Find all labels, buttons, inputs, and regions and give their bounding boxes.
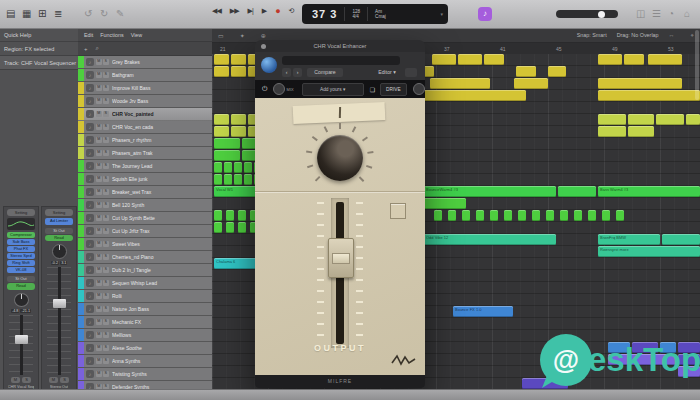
region[interactable] (244, 162, 252, 173)
mute-button[interactable]: M (11, 377, 20, 384)
track-row[interactable]: ♪MSBreaker_wet Trax (78, 186, 212, 199)
mute-button[interactable]: M (96, 98, 102, 104)
lcd-display[interactable]: 37 3 128 4/4 Am Cmaj ▾ (302, 4, 448, 24)
region[interactable] (514, 78, 548, 89)
region[interactable] (598, 54, 622, 65)
view-menu[interactable]: View (131, 32, 143, 38)
solo-button[interactable]: S (103, 189, 109, 195)
region[interactable]: Bounce FX 1.0 (453, 306, 513, 317)
region-inspector-row[interactable]: Region: FX selected (0, 42, 78, 56)
mute-button[interactable]: M (96, 124, 102, 130)
region[interactable] (616, 210, 624, 221)
region[interactable]: Bass Warm4 #3 (598, 186, 700, 197)
track-row[interactable]: ♪MSCHR Voc_en cada (78, 121, 212, 134)
browser-icon[interactable]: ⌂ (684, 6, 690, 21)
track-row[interactable]: ♪MSBell 120 Synth (78, 199, 212, 212)
rewind-button[interactable]: ◀◀ (212, 7, 221, 15)
add-track-button[interactable]: + (84, 46, 88, 52)
track-row[interactable]: ♪MSCut Up Jrftz Trax (78, 225, 212, 238)
scale-value[interactable]: Cmaj (375, 14, 386, 19)
region[interactable] (231, 126, 246, 137)
solo-button[interactable]: S (103, 319, 109, 325)
region[interactable] (588, 210, 596, 221)
prev-preset-button[interactable]: ‹ (282, 68, 291, 77)
preset-name-field[interactable] (282, 56, 400, 65)
region[interactable]: Odd Vibe 12 (424, 234, 556, 245)
solo-button[interactable]: S (103, 111, 109, 117)
mute-button[interactable]: M (49, 377, 58, 384)
track-row[interactable]: ♪MSAlese Soothe (78, 342, 212, 355)
edit-menu[interactable]: Edit (84, 32, 93, 38)
main-knob[interactable] (317, 135, 363, 181)
track-row[interactable]: ♪MSCHR Voc_painted (78, 108, 212, 121)
time-signature[interactable]: 4/4 (352, 14, 360, 19)
region[interactable] (598, 90, 700, 101)
region[interactable] (686, 114, 700, 125)
region[interactable] (224, 162, 232, 173)
plugin-slot[interactable]: Ring Shift (7, 260, 35, 266)
region[interactable] (231, 54, 246, 65)
automation-mode-button[interactable]: Read (7, 283, 35, 290)
undo-icon[interactable]: ↺ (84, 6, 92, 21)
region[interactable] (662, 234, 700, 245)
region[interactable] (244, 174, 252, 185)
solo-button[interactable]: S (103, 163, 109, 169)
mute-button[interactable]: M (96, 345, 102, 351)
setting-button[interactable]: Setting (7, 209, 35, 216)
region[interactable] (434, 210, 442, 221)
mute-button[interactable]: M (96, 306, 102, 312)
solo-button[interactable]: S (103, 267, 109, 273)
mute-button[interactable]: M (96, 72, 102, 78)
track-row[interactable]: ♪MSCut Up Synth Bette (78, 212, 212, 225)
solo-button[interactable]: S (22, 377, 31, 384)
track-row[interactable]: ♪MSRolli (78, 290, 212, 303)
automation-mode-button[interactable]: Read (45, 235, 73, 242)
region[interactable] (628, 114, 654, 125)
power-icon[interactable]: ⏻ (262, 85, 268, 93)
solo-button[interactable]: S (103, 358, 109, 364)
output-fader-handle[interactable] (328, 238, 354, 278)
track-row[interactable]: ♪MSBathgram (78, 69, 212, 82)
track-row[interactable]: ♪MSMechanic FX (78, 316, 212, 329)
inspector-toggle-icon[interactable]: ▤ (6, 6, 15, 21)
mute-button[interactable]: M (96, 228, 102, 234)
solo-button[interactable]: S (103, 202, 109, 208)
mute-button[interactable]: M (96, 293, 102, 299)
track-row[interactable]: ♪MSDub 2 In_l Tangle (78, 264, 212, 277)
media-icon[interactable]: ◔ (668, 6, 674, 21)
plugin-slot[interactable]: Stereo Sprd (7, 253, 35, 259)
volume-slider-handle[interactable] (598, 11, 605, 18)
search-tracks-icon[interactable]: ⌕ (96, 45, 99, 52)
solo-button[interactable]: S (103, 59, 109, 65)
list-icon[interactable]: ☰ (652, 6, 661, 21)
drag-menu[interactable]: Drag: No Overlap (617, 32, 659, 38)
region[interactable] (504, 210, 512, 221)
track-row[interactable]: ♪MSTwisting Synths (78, 368, 212, 381)
fader-handle[interactable] (53, 299, 66, 308)
track-row[interactable]: ♪MSMelllows (78, 329, 212, 342)
track-row[interactable]: ♪MSThe Journey Lead (78, 160, 212, 173)
mute-button[interactable]: M (96, 254, 102, 260)
mix-knob[interactable] (273, 83, 285, 95)
region[interactable] (214, 54, 229, 65)
stop-button[interactable]: ▶| (248, 7, 253, 15)
region[interactable] (516, 66, 536, 77)
solo-button[interactable]: S (103, 293, 109, 299)
region[interactable] (214, 114, 229, 125)
setting-button[interactable]: Setting (45, 209, 73, 216)
zoom-v-icon[interactable]: ⌖ (691, 32, 694, 39)
output-slot[interactable]: St Out (45, 228, 73, 234)
solo-button[interactable]: S (103, 124, 109, 130)
region[interactable] (432, 54, 456, 65)
region[interactable] (560, 210, 568, 221)
track-row[interactable]: ♪MSNature Jon Bass (78, 303, 212, 316)
region[interactable] (226, 210, 234, 221)
quick-help-row[interactable]: Quick Help (0, 28, 78, 42)
solo-button[interactable]: S (103, 98, 109, 104)
fader-handle[interactable] (15, 335, 28, 344)
record-button[interactable]: ● (275, 6, 279, 16)
mixer-toggle-icon[interactable]: ▦ (22, 6, 31, 21)
region[interactable]: BrwnFrq BMW (598, 234, 660, 245)
mute-button[interactable]: M (96, 137, 102, 143)
mute-button[interactable]: M (96, 59, 102, 65)
